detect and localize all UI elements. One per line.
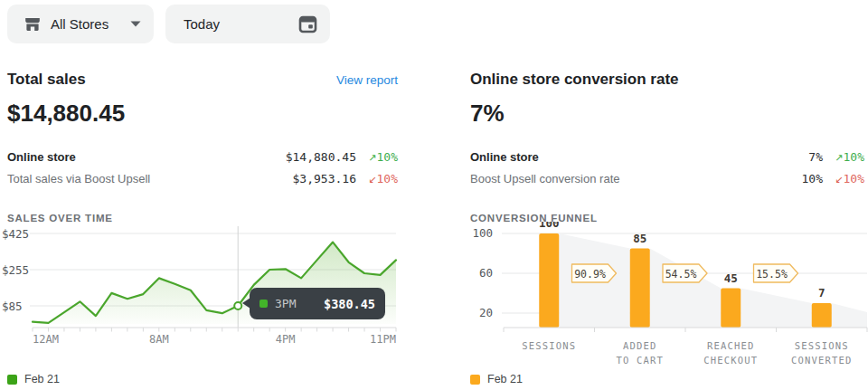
metric-value: 7% <box>808 150 823 164</box>
funnel-chart-legend: Feb 21 <box>470 373 523 385</box>
metric-row-online-store: Online store 7% ↗10% <box>470 146 864 167</box>
svg-text:20: 20 <box>479 306 493 319</box>
metric-row-online-store: Online store $14,880.45 ↗10% <box>7 146 398 167</box>
sales-over-time-heading: SALES OVER TIME <box>7 213 398 224</box>
store-selector-label: All Stores <box>51 16 108 32</box>
date-range-label: Today <box>184 16 220 32</box>
hover-point-marker <box>234 302 241 309</box>
svg-text:$425: $425 <box>2 227 29 241</box>
arrow-down-left-icon: ↙ <box>368 174 376 185</box>
svg-text:4PM: 4PM <box>276 333 296 346</box>
conversion-rate-panel: Online store conversion rate 7% Online s… <box>470 63 864 224</box>
svg-text:SESSIONS: SESSIONS <box>795 340 849 351</box>
tooltip-series-swatch <box>259 300 268 308</box>
metric-label: Boost Upsell conversion rate <box>470 172 619 185</box>
metric-value: $3,953.16 <box>293 172 356 185</box>
chevron-down-icon <box>130 21 141 27</box>
total-sales-panel: Total sales View report $14,880.45 Onlin… <box>7 63 398 224</box>
svg-text:$255: $255 <box>2 263 29 277</box>
conversion-rate-header: Online store conversion rate <box>470 71 864 89</box>
store-selector-button[interactable]: All Stores <box>7 5 154 43</box>
total-sales-metric-rows: Online store $14,880.45 ↗10% Total sales… <box>7 146 398 189</box>
svg-text:100: 100 <box>472 226 493 240</box>
sales-chart-legend: Feb 21 <box>7 373 60 385</box>
svg-text:8AM: 8AM <box>149 333 169 346</box>
legend-swatch-green <box>7 375 17 385</box>
metric-value: $14,880.45 <box>286 150 356 164</box>
svg-text:REACHED: REACHED <box>707 340 755 351</box>
svg-text:45: 45 <box>724 271 738 285</box>
svg-text:$85: $85 <box>2 300 23 313</box>
sales-chart-tooltip: 3PM $380.45 <box>250 288 385 319</box>
svg-text:54.5%: 54.5% <box>665 268 697 281</box>
funnel-bar[interactable] <box>630 249 650 328</box>
conversion-rate-title: Online store conversion rate <box>470 71 679 89</box>
svg-text:TO CART: TO CART <box>616 355 664 366</box>
date-range-button[interactable]: Today <box>165 5 330 43</box>
arrow-up-right-icon: ↗ <box>368 152 376 164</box>
total-sales-title: Total sales <box>7 71 86 89</box>
arrow-down-left-icon: ↙ <box>835 174 843 185</box>
metric-delta-up: ↗10% <box>356 150 398 164</box>
metric-label: Online store <box>470 150 539 164</box>
arrow-up-right-icon: ↗ <box>835 152 843 164</box>
svg-text:100: 100 <box>539 222 560 230</box>
legend-label: Feb 21 <box>24 373 60 385</box>
svg-text:ADDED: ADDED <box>623 340 657 351</box>
metric-delta-down: ↙10% <box>356 172 398 185</box>
conversion-funnel-chart[interactable]: 10060201008545790.9%54.5%15.5%SESSIONSAD… <box>457 222 868 372</box>
conversion-metric-rows: Online store 7% ↗10% Boost Upsell conver… <box>470 146 864 189</box>
tooltip-value: $380.45 <box>324 297 375 311</box>
conversion-rate-value: 7% <box>470 100 864 128</box>
funnel-bar[interactable] <box>812 303 832 328</box>
metric-label: Total sales via Boost Upsell <box>7 172 150 185</box>
svg-text:15.5%: 15.5% <box>756 268 788 281</box>
metric-value: 10% <box>802 172 823 185</box>
legend-swatch-orange <box>470 375 480 385</box>
metric-delta-down: ↙10% <box>823 172 864 185</box>
svg-text:CHECKOUT: CHECKOUT <box>703 355 758 366</box>
legend-label: Feb 21 <box>487 373 523 385</box>
view-report-link[interactable]: View report <box>336 73 398 87</box>
svg-text:CONVERTED: CONVERTED <box>791 355 853 366</box>
svg-text:85: 85 <box>633 232 646 245</box>
svg-text:11PM: 11PM <box>370 333 396 346</box>
calendar-icon <box>297 14 318 34</box>
svg-text:7: 7 <box>818 286 826 300</box>
metric-label: Online store <box>7 150 76 164</box>
total-sales-value: $14,880.45 <box>7 100 398 128</box>
funnel-bar[interactable] <box>539 233 559 328</box>
svg-text:60: 60 <box>479 266 493 280</box>
total-sales-header: Total sales View report <box>7 71 398 89</box>
metric-row-boost-upsell: Boost Upsell conversion rate 10% ↙10% <box>470 167 864 189</box>
storefront-icon <box>24 15 42 33</box>
svg-text:SESSIONS: SESSIONS <box>522 340 576 351</box>
tooltip-time: 3PM <box>275 297 296 310</box>
metric-row-boost-upsell: Total sales via Boost Upsell $3,953.16 ↙… <box>7 167 398 189</box>
svg-text:12AM: 12AM <box>33 333 59 346</box>
metric-delta-up: ↗10% <box>823 150 864 164</box>
svg-text:90.9%: 90.9% <box>574 268 606 281</box>
funnel-bar[interactable] <box>721 289 741 328</box>
